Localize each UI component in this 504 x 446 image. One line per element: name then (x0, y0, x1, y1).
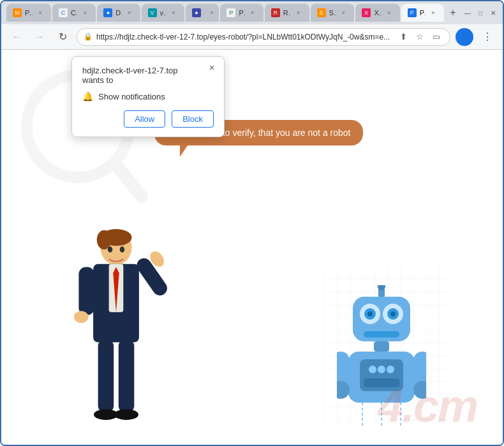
person-illustration (65, 228, 167, 445)
tab-pav-label: PAV (25, 9, 33, 17)
maximize-button[interactable]: □ (476, 8, 485, 17)
tab-pav-favicon: M (13, 8, 22, 17)
back-button[interactable]: ← (8, 28, 26, 46)
tab-por-close[interactable]: × (429, 8, 438, 17)
popup-title: hdjlz.check-tl-ver-12-7.top wants to (82, 66, 214, 85)
close-button[interactable]: ✕ (489, 8, 498, 17)
tab-por-favicon: P (408, 8, 417, 17)
tab-por[interactable]: P Por × (401, 4, 444, 22)
svg-rect-35 (364, 378, 399, 387)
svg-point-34 (387, 366, 394, 373)
svg-point-26 (367, 311, 373, 316)
svg-rect-29 (374, 341, 389, 352)
tab-clic-close[interactable]: × (80, 8, 89, 17)
tab-5-favicon: ● (192, 8, 201, 17)
tab-spc-label: Spc (329, 9, 336, 17)
minimize-button[interactable]: — (463, 8, 472, 17)
browser-menu-button[interactable]: ⋮ (478, 28, 496, 46)
tab-vcu-label: vcu (160, 9, 166, 17)
tab-5[interactable]: ● × (186, 4, 219, 22)
tab-spc[interactable]: S Spc × (311, 4, 355, 22)
svg-point-17 (120, 246, 125, 252)
tab-spc-favicon: S (317, 8, 326, 17)
robot-illustration (337, 285, 426, 426)
tab-spc-close[interactable]: × (339, 8, 348, 17)
svg-rect-13 (119, 340, 135, 412)
window-controls: — □ ✕ (463, 8, 498, 17)
new-tab-button[interactable]: + (445, 4, 461, 22)
address-bar[interactable]: 🔒 https://hdjlz.check-tl-ver-12-7.top/ey… (77, 28, 450, 46)
tab-rea-favicon: R (271, 8, 280, 17)
svg-point-11 (74, 311, 89, 323)
url-text: https://hdjlz.check-tl-ver-12-7.top/eyes… (96, 33, 392, 41)
tab-xxt[interactable]: X XxT × (355, 4, 399, 22)
tab-clic-label: Clic (71, 9, 77, 17)
tab-rea-close[interactable]: × (294, 8, 303, 17)
navigation-bar: ← → ↻ 🔒 https://hdjlz.check-tl-ver-12-7.… (1, 24, 503, 50)
share-icon-button[interactable]: ⬆ (396, 30, 410, 44)
svg-point-32 (369, 366, 376, 373)
tab-5-close[interactable]: × (207, 8, 216, 17)
svg-rect-8 (78, 267, 94, 315)
notification-label: Show notifications (98, 92, 165, 101)
refresh-button[interactable]: ↻ (54, 28, 71, 46)
tab-xxt-favicon: X (362, 8, 371, 17)
browser-window: M PAV × C Clic × ● Do: × V vcu × ● (0, 0, 504, 446)
tab-rea[interactable]: R Rea × (265, 4, 309, 22)
notification-row: 🔔 Show notifications (82, 91, 214, 101)
svg-point-33 (378, 366, 385, 373)
page-content: × hdjlz.check-tl-ver-12-7.top wants to 🔔… (1, 50, 503, 445)
svg-rect-28 (364, 331, 399, 338)
tab-pre-label: Pre (239, 9, 244, 17)
sidebar-icon-button[interactable]: ▭ (429, 30, 443, 44)
tab-xxt-label: XxT (374, 9, 381, 17)
tab-do[interactable]: ● Do: × (97, 4, 140, 22)
tab-vcu-favicon: V (148, 8, 157, 17)
tab-vcu-close[interactable]: × (169, 8, 178, 17)
svg-point-16 (108, 246, 113, 252)
tab-pav[interactable]: M PAV × (6, 4, 51, 22)
svg-point-27 (390, 311, 396, 316)
svg-point-4 (97, 230, 112, 249)
tab-do-label: Do: (115, 9, 121, 17)
tabs-area: M PAV × C Clic × ● Do: × V vcu × ● (6, 4, 461, 22)
tab-rea-label: Rea (283, 9, 291, 17)
tab-por-label: Por (420, 9, 426, 17)
forward-button[interactable]: → (31, 28, 48, 46)
tab-pre[interactable]: P Pre × (220, 4, 263, 22)
tab-pre-close[interactable]: × (248, 8, 257, 17)
popup-close-button[interactable]: × (206, 62, 218, 73)
tab-clic-favicon: C (59, 8, 68, 17)
tab-pre-favicon: P (226, 8, 235, 17)
bell-icon: 🔔 (82, 91, 93, 101)
allow-button[interactable]: Allow (124, 110, 165, 128)
tab-do-close[interactable]: × (125, 8, 134, 17)
popup-buttons: Allow Block (82, 110, 214, 128)
tab-pav-close[interactable]: × (36, 8, 45, 17)
profile-button[interactable]: 👤 (456, 28, 473, 46)
tab-vcu[interactable]: V vcu × (142, 4, 184, 22)
bookmark-icon-button[interactable]: ☆ (413, 30, 427, 44)
lock-icon: 🔒 (84, 33, 93, 41)
svg-point-15 (114, 409, 138, 420)
title-bar: M PAV × C Clic × ● Do: × V vcu × ● (1, 1, 503, 24)
tab-do-favicon: ● (103, 8, 112, 17)
tab-clic[interactable]: C Clic × (52, 4, 96, 22)
svg-rect-12 (98, 340, 114, 412)
notification-permission-popup: × hdjlz.check-tl-ver-12-7.top wants to 🔔… (71, 56, 225, 137)
block-button[interactable]: Block (172, 110, 214, 128)
tab-xxt-close[interactable]: × (385, 8, 394, 17)
svg-line-1 (116, 165, 142, 197)
address-actions: ⬆ ☆ ▭ (396, 30, 443, 44)
